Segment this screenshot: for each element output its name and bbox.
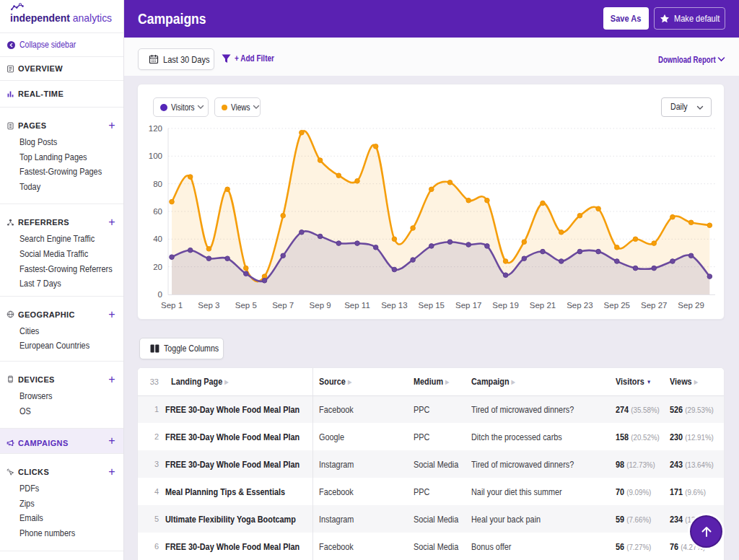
svg-text:Sep 27: Sep 27 bbox=[641, 301, 667, 310]
svg-text:Sep 17: Sep 17 bbox=[455, 301, 481, 310]
svg-text:0: 0 bbox=[158, 290, 162, 299]
svg-text:Sep 29: Sep 29 bbox=[678, 301, 704, 310]
svg-text:Sep 25: Sep 25 bbox=[604, 301, 630, 310]
svg-text:Sep 9: Sep 9 bbox=[310, 301, 331, 310]
svg-text:40: 40 bbox=[153, 235, 162, 243]
svg-text:100: 100 bbox=[149, 152, 162, 160]
svg-text:Sep 23: Sep 23 bbox=[567, 301, 592, 310]
svg-text:Sep 21: Sep 21 bbox=[530, 301, 556, 310]
svg-text:Sep 7: Sep 7 bbox=[272, 301, 294, 310]
svg-text:Sep 13: Sep 13 bbox=[381, 301, 407, 310]
svg-text:Sep 1: Sep 1 bbox=[161, 301, 183, 310]
svg-text:Sep 3: Sep 3 bbox=[198, 301, 219, 310]
svg-text:Sep 19: Sep 19 bbox=[492, 301, 518, 310]
svg-text:120: 120 bbox=[149, 124, 162, 133]
svg-text:Sep 5: Sep 5 bbox=[235, 301, 257, 310]
svg-text:80: 80 bbox=[153, 180, 162, 188]
svg-text:20: 20 bbox=[153, 263, 162, 271]
svg-text:Sep 15: Sep 15 bbox=[419, 301, 445, 310]
svg-text:Sep 11: Sep 11 bbox=[344, 301, 370, 310]
svg-text:60: 60 bbox=[153, 207, 162, 216]
